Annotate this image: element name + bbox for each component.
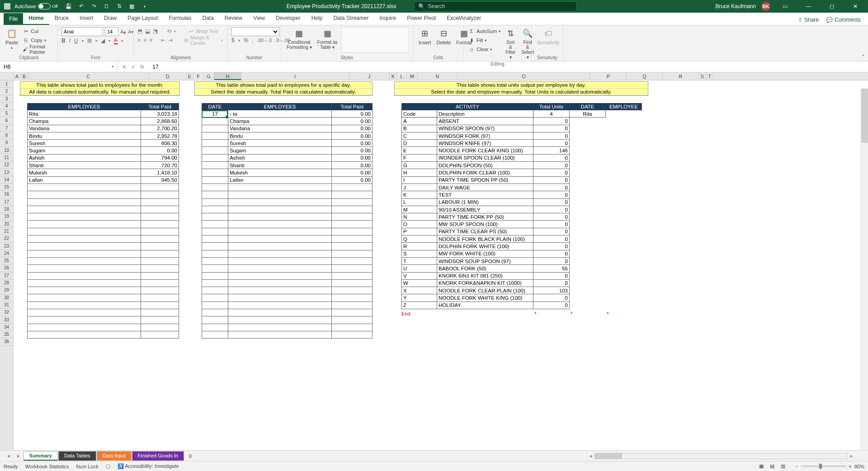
table-cell[interactable] xyxy=(332,250,373,257)
table-cell[interactable]: 0 xyxy=(533,132,570,139)
cell-styles-gallery[interactable] xyxy=(341,27,409,52)
table-cell[interactable] xyxy=(228,294,331,301)
font-name-select[interactable] xyxy=(61,27,103,36)
table-cell[interactable]: Ashish xyxy=(228,154,331,161)
table-cell[interactable] xyxy=(28,250,141,257)
table-cell[interactable] xyxy=(228,191,331,198)
table-cell[interactable]: DOLPHIN FORK WHITE (100) xyxy=(437,243,533,250)
underline-button[interactable]: U xyxy=(74,38,78,44)
border-icon[interactable]: ⊞ xyxy=(87,38,92,44)
row-header[interactable]: 25 xyxy=(0,257,13,264)
column-header[interactable]: F xyxy=(193,72,203,80)
table-cell[interactable] xyxy=(202,228,228,235)
format-painter-button[interactable]: 🖌Format Painter xyxy=(22,45,54,53)
table-cell[interactable] xyxy=(141,294,179,301)
employee-cell[interactable]: Rita xyxy=(570,110,606,118)
row-header[interactable]: 30 xyxy=(0,294,13,301)
table-cell[interactable] xyxy=(202,140,228,147)
increase-decimal-icon[interactable]: .00→.0 xyxy=(257,38,272,43)
table-cell[interactable]: 0 xyxy=(533,118,570,125)
table-cell[interactable] xyxy=(202,236,228,243)
table-cell[interactable] xyxy=(228,272,331,279)
table-cell[interactable]: 0 xyxy=(533,162,570,169)
table-cell[interactable]: 0 xyxy=(533,154,570,161)
column-header[interactable]: R xyxy=(663,72,699,80)
table-cell[interactable] xyxy=(202,301,228,309)
accessibility-button[interactable]: ♿ Accessibility: Investigate xyxy=(118,463,179,469)
table-cell[interactable]: 0.00 xyxy=(332,154,373,161)
table-cell[interactable] xyxy=(228,331,331,338)
table-cell[interactable] xyxy=(228,265,331,272)
table-cell[interactable] xyxy=(202,198,228,206)
row-header[interactable]: 24 xyxy=(0,250,13,257)
table-cell[interactable] xyxy=(228,301,331,309)
table-cell[interactable] xyxy=(332,236,373,243)
table-cell[interactable] xyxy=(228,316,331,324)
column-header[interactable]: K xyxy=(390,72,397,80)
table-cell[interactable]: Mukesh xyxy=(28,169,141,176)
date-cell[interactable]: 17 xyxy=(202,110,228,118)
table-cell[interactable] xyxy=(141,243,179,250)
table-cell[interactable] xyxy=(332,279,373,287)
table-cell[interactable]: PARTY TIME SPOON PP (50) xyxy=(437,176,533,184)
table-cell[interactable] xyxy=(202,294,228,301)
tab-draw[interactable]: Draw xyxy=(99,12,122,25)
qat-more-icon[interactable]: ▾ xyxy=(141,3,148,10)
table-cell[interactable]: LABOUR (1 MIN) xyxy=(437,198,533,206)
table-cell[interactable]: 0 xyxy=(533,228,570,235)
tab-developer[interactable]: Developer xyxy=(270,12,306,25)
table-cell[interactable] xyxy=(202,176,228,184)
row-header[interactable]: 26 xyxy=(0,264,13,272)
table-cell[interactable]: 3,023.18 xyxy=(141,110,179,118)
column-header[interactable]: P xyxy=(590,72,627,80)
row-header[interactable]: 10 xyxy=(0,147,13,154)
table-cell[interactable] xyxy=(28,265,141,272)
sheet-tab-data-tables[interactable]: Data Tables xyxy=(58,451,96,461)
row-header[interactable]: 19 xyxy=(0,213,13,220)
table-cell[interactable] xyxy=(228,184,331,191)
table-cell[interactable]: M xyxy=(402,206,437,213)
table-cell[interactable] xyxy=(228,221,331,228)
table-cell[interactable]: Vandana xyxy=(28,125,141,132)
table-cell[interactable] xyxy=(228,243,331,250)
table-cell[interactable]: Z xyxy=(402,301,437,309)
insert-cells-button[interactable]: ⊞Insert xyxy=(417,27,433,46)
table-cell[interactable]: PARTY TIME CLEAR PS (50) xyxy=(437,228,533,235)
table-cell[interactable] xyxy=(28,324,141,331)
table-cell[interactable]: 0.00 xyxy=(332,110,373,118)
row-header[interactable]: 7 xyxy=(0,125,13,132)
table-cell[interactable] xyxy=(28,243,141,250)
table-cell[interactable] xyxy=(332,184,373,191)
increase-font-icon[interactable]: A▴ xyxy=(120,29,126,35)
table-cell[interactable] xyxy=(28,184,141,191)
delete-cells-button[interactable]: ⊟Delete xyxy=(435,27,453,46)
row-header[interactable]: 31 xyxy=(0,301,13,309)
table-cell[interactable] xyxy=(28,257,141,264)
avatar[interactable]: BK xyxy=(761,2,770,11)
table-cell[interactable]: 0 xyxy=(533,236,570,243)
table-cell[interactable]: Sugam xyxy=(28,147,141,154)
table-cell[interactable] xyxy=(141,272,179,279)
table-cell[interactable]: WONDER SPOON CLEAR (100) xyxy=(437,154,533,161)
new-icon[interactable]: 🗋 xyxy=(103,3,110,10)
table-cell[interactable]: I xyxy=(402,176,437,184)
align-top-icon[interactable]: ⬒ xyxy=(137,28,142,34)
table-cell[interactable] xyxy=(202,287,228,294)
collapse-ribbon-icon[interactable]: ⌃ xyxy=(861,54,865,60)
zoom-out-icon[interactable]: − xyxy=(795,464,798,469)
table-cell[interactable]: TEST xyxy=(437,191,533,198)
table-cell[interactable]: 0 xyxy=(533,243,570,250)
column-header[interactable]: N xyxy=(418,72,458,80)
tab-file[interactable]: File xyxy=(4,13,23,25)
column-header[interactable]: E xyxy=(186,72,193,80)
table-cell[interactable] xyxy=(202,265,228,272)
align-center-icon[interactable]: ≡ xyxy=(143,37,146,43)
sort-filter-button[interactable]: ⇅Sort &Filter ▾ xyxy=(503,27,518,61)
wrap-text-button[interactable]: ↩Wrap Text xyxy=(187,27,219,35)
font-color-icon[interactable]: A xyxy=(114,37,118,44)
row-header[interactable]: 28 xyxy=(0,279,13,287)
vertical-scrollbar[interactable] xyxy=(861,89,868,450)
comma-icon[interactable]: , xyxy=(252,37,253,43)
table-cell[interactable]: 720.70 xyxy=(141,162,179,169)
table-cell[interactable] xyxy=(141,206,179,213)
